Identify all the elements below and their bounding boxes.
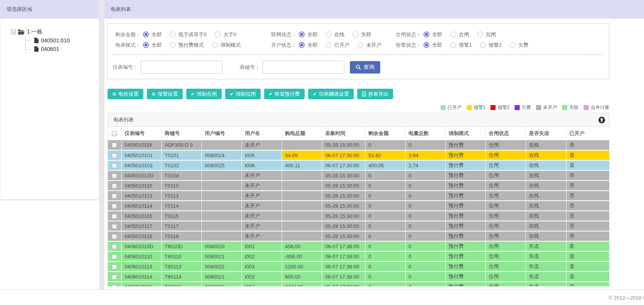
collapse-up-icon[interactable] bbox=[598, 117, 605, 123]
legend-label: 未开户 bbox=[543, 104, 557, 111]
radio-option[interactable]: 低于或等于0 bbox=[170, 31, 206, 38]
row-checkbox[interactable] bbox=[112, 234, 117, 239]
table-body: 0405010116ADF300-D 3未开户05-28 15:30:0000预… bbox=[108, 140, 609, 286]
radio-option[interactable]: 全部 bbox=[299, 31, 318, 38]
action-button-5[interactable]: ✔功率阈值设置 bbox=[308, 89, 354, 99]
action-button-3[interactable]: ✔强制拉闸 bbox=[225, 89, 261, 99]
tree-item-label: 040601 bbox=[41, 46, 59, 52]
filter-group-label: 电表模式： bbox=[113, 42, 141, 49]
meter-no-input[interactable] bbox=[141, 61, 222, 74]
legend-swatch bbox=[536, 105, 541, 110]
table-cell: 06-07 17:38:00 bbox=[322, 261, 365, 272]
legend-label: 报警1 bbox=[474, 104, 486, 111]
radio-option[interactable]: 全部 bbox=[423, 42, 442, 49]
row-checkbox[interactable] bbox=[112, 204, 117, 209]
row-checkbox[interactable] bbox=[112, 275, 117, 280]
table-cell: 合闸 bbox=[485, 201, 526, 211]
row-checkbox[interactable] bbox=[112, 184, 117, 189]
radio-label: 全部 bbox=[307, 31, 318, 38]
radio-option[interactable]: 预付费模式 bbox=[170, 42, 204, 49]
table-row-4: 0405010110T0110未开户05-28 15:30:0000预付费合闸在… bbox=[108, 181, 609, 191]
query-button[interactable]: 查询 bbox=[350, 61, 380, 74]
row-checkbox[interactable] bbox=[112, 254, 117, 259]
filter-group-label: 开户状态： bbox=[268, 42, 296, 49]
row-checkbox-cell bbox=[108, 191, 121, 201]
row-checkbox[interactable] bbox=[112, 285, 117, 286]
table-cell: 未开户 bbox=[242, 201, 282, 211]
row-checkbox[interactable] bbox=[112, 163, 117, 168]
table-cell: 0 bbox=[365, 140, 405, 150]
table-cell: T0110 bbox=[161, 181, 201, 191]
radio-icon bbox=[143, 42, 149, 48]
row-checkbox[interactable] bbox=[112, 153, 117, 158]
row-checkbox[interactable] bbox=[112, 265, 117, 270]
dashed-separator bbox=[113, 54, 604, 55]
tree-collapse-icon[interactable] bbox=[11, 30, 16, 34]
tree-item-0[interactable]: 040501:010 bbox=[26, 36, 99, 45]
table-cell: 否 bbox=[566, 191, 609, 201]
row-checkbox-cell bbox=[108, 201, 121, 211]
table-cell: 0 bbox=[405, 221, 445, 231]
radio-option[interactable]: 在线 bbox=[326, 31, 344, 38]
radio-option[interactable]: 报警2 bbox=[480, 42, 501, 49]
radio-option[interactable]: 全部 bbox=[423, 31, 442, 38]
table-cell: 0080022 bbox=[201, 261, 242, 272]
page-footer: © 2012—2018 ©Acr bbox=[0, 289, 644, 305]
table-cell: 预付费 bbox=[445, 181, 485, 191]
row-checkbox-cell bbox=[108, 150, 121, 160]
radio-option[interactable]: 已开户 bbox=[326, 42, 349, 49]
table-cell: 0 bbox=[405, 251, 445, 261]
row-checkbox[interactable] bbox=[112, 194, 117, 199]
table-cell: 合闸 bbox=[485, 272, 526, 282]
row-checkbox[interactable] bbox=[112, 174, 117, 179]
table-row-14: 0406010115T601150080023t0042444.0006-07 … bbox=[108, 282, 609, 286]
filter-box: 剩余金额：全部低于或等于0大于0联网状态：全部在线失联合闸状态：全部合闸拉闸 电… bbox=[108, 23, 609, 79]
row-checkbox[interactable] bbox=[112, 214, 117, 219]
table-cell: 0406010115 bbox=[121, 282, 161, 286]
action-button-4[interactable]: ✔恢复预付费 bbox=[264, 89, 305, 99]
shop-no-input[interactable] bbox=[263, 61, 344, 74]
table-cell: T0117 bbox=[161, 221, 201, 231]
search-icon bbox=[356, 65, 361, 70]
row-checkbox[interactable] bbox=[112, 244, 117, 249]
tree-root-node[interactable]: 1:一栋 bbox=[11, 28, 99, 35]
table-cell bbox=[282, 231, 322, 241]
select-all-checkbox[interactable] bbox=[112, 131, 117, 136]
table-cell: 否 bbox=[566, 231, 609, 241]
table-cell: 0 bbox=[365, 282, 405, 286]
action-button-6[interactable]: 抄表导出 bbox=[357, 89, 393, 99]
legend-swatch bbox=[515, 105, 520, 110]
radio-option[interactable]: 全部 bbox=[143, 31, 162, 38]
legend-swatch bbox=[441, 105, 446, 110]
table-cell: T0115 bbox=[161, 211, 201, 221]
row-checkbox[interactable] bbox=[112, 143, 117, 148]
radio-option[interactable]: 全部 bbox=[143, 42, 162, 49]
radio-option[interactable]: 未开户 bbox=[358, 42, 381, 49]
table-cell: 0 bbox=[405, 201, 445, 211]
radio-option[interactable]: 大于0 bbox=[215, 31, 236, 38]
radio-option[interactable]: 强制模式 bbox=[212, 42, 241, 49]
action-button-1[interactable]: ⚙报警设置 bbox=[147, 89, 183, 99]
radio-option[interactable]: 欠费 bbox=[510, 42, 528, 49]
table-cell: T0114 bbox=[161, 201, 201, 211]
table-cell: t006 bbox=[242, 160, 282, 170]
table-cell: 0 bbox=[365, 211, 405, 221]
row-checkbox[interactable] bbox=[112, 224, 117, 229]
tree-item-1[interactable]: 040601 bbox=[26, 45, 99, 53]
table-row-5: 0405010113T0113未开户05-28 15:30:0000预付费合闸在… bbox=[108, 191, 609, 201]
table-cell: 0 bbox=[405, 241, 445, 251]
radio-option[interactable]: 拉闸 bbox=[477, 31, 496, 38]
filter-row-2: 电表模式：全部预付费模式强制模式开户状态：全部已开户未开户告警状态：全部报警1报… bbox=[108, 40, 609, 50]
table-row-0: 0405010116ADF300-D 3未开户05-28 15:30:0000预… bbox=[108, 140, 609, 150]
radio-option[interactable]: 报警1 bbox=[450, 42, 472, 49]
radio-option[interactable]: 合闸 bbox=[450, 31, 469, 38]
table-cell: 0405010101 bbox=[121, 150, 161, 160]
table-cell: 400.11 bbox=[282, 160, 322, 170]
table-cell: 合闸 bbox=[485, 221, 526, 231]
column-header-8: 强制模式 bbox=[445, 127, 485, 140]
radio-option[interactable]: 全部 bbox=[299, 42, 318, 49]
action-button-0[interactable]: ⚙电价设置 bbox=[108, 89, 143, 99]
radio-option[interactable]: 失联 bbox=[353, 31, 371, 38]
meter-table: 仪表编号商铺号用户编号用户名购电总额采集时间剩余金额电量总数强制模式合闸状态是否… bbox=[108, 127, 609, 286]
action-button-2[interactable]: ✔强制合闸 bbox=[186, 89, 222, 99]
